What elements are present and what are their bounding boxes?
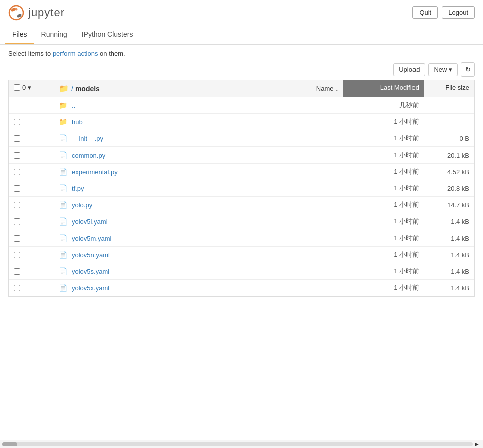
file-icon: 📄 — [59, 234, 67, 242]
file-link[interactable]: hub — [72, 118, 83, 126]
row-check-cell — [9, 102, 54, 109]
table-header: 0 ▾ 📁 / models Name ↓ Last Modified — [9, 80, 474, 97]
row-check-cell — [9, 232, 54, 245]
row-checkbox[interactable] — [14, 268, 20, 275]
row-checkbox[interactable] — [14, 235, 20, 242]
file-rows-container: 📁 .. 几秒前 📁 hub 1 小时前 📄 __init__.py 1 小时前… — [9, 97, 474, 296]
row-name-cell: 📄 tf.py — [54, 181, 343, 196]
logout-button[interactable]: Logout — [442, 6, 475, 19]
row-modified-cell: 1 小时前 — [343, 213, 424, 230]
row-checkbox[interactable] — [14, 185, 20, 192]
tab-ipython-clusters[interactable]: IPython Clusters — [75, 25, 141, 44]
folder-nav-icon: 📁 — [59, 84, 69, 93]
file-icon: 📄 — [59, 184, 67, 192]
path-current: models — [75, 85, 100, 93]
select-info: Select items to perform actions on them. — [8, 50, 475, 57]
app-header: jupyter Quit Logout — [0, 0, 483, 25]
refresh-button[interactable]: ↻ — [461, 62, 475, 77]
sort-arrow-icon: ↓ — [336, 86, 339, 92]
quit-button[interactable]: Quit — [412, 6, 438, 19]
file-link[interactable]: yolov5l.yaml — [72, 218, 108, 226]
row-checkbox[interactable] — [14, 152, 20, 159]
row-checkbox[interactable] — [14, 252, 20, 258]
row-size-cell — [424, 102, 474, 109]
tab-files[interactable]: Files — [5, 25, 34, 44]
row-size-cell: 4.52 kB — [424, 165, 474, 179]
row-check-cell — [9, 248, 54, 262]
row-checkbox[interactable] — [14, 285, 20, 291]
modified-column-label: Last Modified — [380, 84, 419, 91]
table-header-modified[interactable]: Last Modified — [343, 80, 424, 97]
file-icon: 📄 — [59, 251, 67, 259]
file-link[interactable]: yolov5x.yaml — [72, 284, 109, 292]
row-modified-cell: 1 小时前 — [343, 147, 424, 163]
tabs-bar: Files Running IPython Clusters — [0, 25, 483, 45]
table-row: 📄 common.py 1 小时前 20.1 kB — [9, 147, 474, 164]
jupyter-logo-icon — [8, 5, 24, 21]
table-row: 📄 yolov5x.yaml 1 小时前 1.4 kB — [9, 280, 474, 296]
file-link[interactable]: experimental.py — [72, 168, 118, 176]
size-column-label: File size — [445, 84, 469, 91]
row-checkbox[interactable] — [14, 169, 20, 175]
table-row: 📄 yolov5l.yaml 1 小时前 1.4 kB — [9, 213, 474, 230]
row-check-cell — [9, 215, 54, 229]
table-row: 📄 tf.py 1 小时前 20.8 kB — [9, 180, 474, 197]
row-size-cell: 14.7 kB — [424, 198, 474, 212]
name-column-label: Name — [316, 85, 334, 92]
table-row: 📁 .. 几秒前 — [9, 97, 474, 114]
table-row: 📄 yolov5m.yaml 1 小时前 1.4 kB — [9, 230, 474, 247]
file-icon: 📄 — [59, 284, 67, 292]
upload-button[interactable]: Upload — [393, 63, 425, 76]
logo: jupyter — [8, 5, 65, 21]
refresh-icon: ↻ — [465, 66, 471, 73]
row-size-cell: 20.8 kB — [424, 181, 474, 196]
row-check-cell — [9, 198, 54, 212]
tab-running[interactable]: Running — [34, 25, 75, 44]
file-icon: 📄 — [59, 267, 67, 275]
row-checkbox[interactable] — [14, 218, 20, 225]
file-link[interactable]: common.py — [72, 152, 105, 159]
row-size-cell: 1.4 kB — [424, 264, 474, 279]
path-root-link[interactable]: / — [71, 85, 73, 93]
file-link[interactable]: yolo.py — [72, 201, 92, 209]
table-row: 📄 yolov5s.yaml 1 小时前 1.4 kB — [9, 263, 474, 280]
row-modified-cell: 1 小时前 — [343, 280, 424, 296]
row-check-cell — [9, 115, 54, 129]
check-count: 0 — [22, 84, 26, 91]
file-link[interactable]: .. — [72, 102, 75, 109]
table-header-name: 📁 / models Name ↓ — [54, 80, 343, 97]
row-modified-cell: 1 小时前 — [343, 114, 424, 130]
row-checkbox[interactable] — [14, 119, 20, 125]
file-icon: 📄 — [59, 201, 67, 209]
file-link[interactable]: yolov5m.yaml — [72, 235, 111, 242]
row-modified-cell: 几秒前 — [343, 97, 424, 113]
select-all-checkbox[interactable] — [14, 84, 20, 91]
sort-name-button[interactable]: Name ↓ — [316, 85, 338, 92]
file-table: 0 ▾ 📁 / models Name ↓ Last Modified — [8, 80, 475, 297]
row-check-cell — [9, 148, 54, 162]
row-name-cell: 📁 hub — [54, 114, 343, 129]
row-name-cell: 📄 experimental.py — [54, 164, 343, 179]
row-name-cell: 📄 yolov5s.yaml — [54, 264, 343, 279]
table-row: 📄 yolo.py 1 小时前 14.7 kB — [9, 197, 474, 213]
row-checkbox[interactable] — [14, 202, 20, 208]
table-row: 📁 hub 1 小时前 — [9, 114, 474, 130]
file-link[interactable]: yolov5s.yaml — [72, 268, 109, 275]
file-link[interactable]: tf.py — [72, 185, 84, 192]
check-dropdown-icon[interactable]: ▾ — [28, 84, 31, 91]
main-content: Select items to perform actions on them.… — [0, 45, 483, 302]
row-modified-cell: 1 小时前 — [343, 230, 424, 246]
file-link[interactable]: __init__.py — [72, 135, 103, 142]
row-size-cell: 1.4 kB — [424, 281, 474, 295]
row-name-cell: 📄 yolov5x.yaml — [54, 280, 343, 295]
row-modified-cell: 1 小时前 — [343, 164, 424, 180]
row-checkbox[interactable] — [14, 135, 20, 142]
row-check-cell — [9, 182, 54, 195]
file-icon: 📄 — [59, 217, 67, 226]
new-button[interactable]: New ▾ — [428, 63, 458, 76]
table-row: 📄 experimental.py 1 小时前 4.52 kB — [9, 164, 474, 180]
file-link[interactable]: yolov5n.yaml — [72, 251, 110, 259]
row-name-cell: 📄 yolov5m.yaml — [54, 231, 343, 246]
row-check-cell — [9, 132, 54, 145]
table-row: 📄 yolov5n.yaml 1 小时前 1.4 kB — [9, 247, 474, 263]
